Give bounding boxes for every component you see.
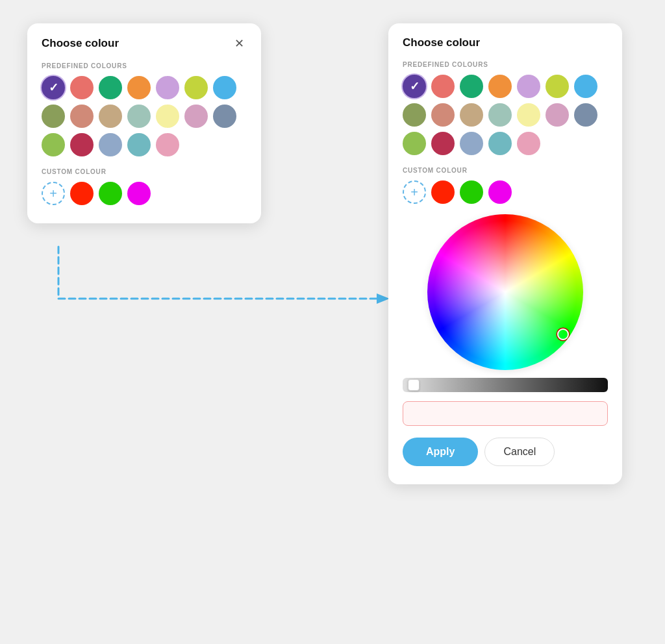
svg-marker-0 <box>377 293 390 304</box>
left-custom-section: CUSTOM COLOUR + <box>42 168 247 205</box>
right-predefined-color-4[interactable] <box>488 75 512 98</box>
left-predefined-color-14[interactable] <box>213 105 236 128</box>
apply-button[interactable]: Apply <box>403 438 478 466</box>
right-predefined-color-1[interactable] <box>403 75 426 98</box>
dialog-footer: Apply Cancel <box>403 438 608 466</box>
right-custom-color-3[interactable] <box>488 180 512 204</box>
left-custom-color-1[interactable] <box>70 182 94 205</box>
color-wheel-container <box>403 214 608 370</box>
left-custom-color-row: + <box>42 182 247 205</box>
left-predefined-color-16[interactable] <box>70 133 94 156</box>
left-predefined-color-grid <box>42 76 247 156</box>
left-predefined-color-13[interactable] <box>184 105 208 128</box>
left-predefined-color-9[interactable] <box>70 105 94 128</box>
right-predefined-color-15[interactable] <box>403 132 426 155</box>
right-predefined-color-6[interactable] <box>546 75 569 98</box>
left-predefined-color-2[interactable] <box>70 76 94 99</box>
right-dialog-title: Choose colour <box>403 36 480 49</box>
color-wheel-cursor <box>557 328 569 340</box>
right-predefined-section: PREDEFINED COLOURS <box>403 61 608 155</box>
right-predefined-color-11[interactable] <box>488 103 512 127</box>
right-predefined-color-10[interactable] <box>460 103 483 127</box>
right-custom-label: CUSTOM COLOUR <box>403 167 608 174</box>
left-predefined-color-19[interactable] <box>156 133 179 156</box>
hex-color-input[interactable] <box>403 401 608 426</box>
brightness-thumb <box>408 379 420 391</box>
left-predefined-label: PREDEFINED COLOURS <box>42 62 247 69</box>
left-predefined-color-7[interactable] <box>213 76 236 99</box>
flow-arrow <box>52 240 396 312</box>
left-predefined-color-5[interactable] <box>156 76 179 99</box>
left-add-color-button[interactable]: + <box>42 182 65 205</box>
left-predefined-color-8[interactable] <box>42 105 65 128</box>
right-predefined-color-9[interactable] <box>431 103 455 127</box>
left-color-dialog: Choose colour ✕ PREDEFINED COLOURS CUSTO… <box>27 23 261 223</box>
brightness-slider-wrap <box>403 378 608 392</box>
right-predefined-color-18[interactable] <box>488 132 512 155</box>
left-predefined-color-18[interactable] <box>127 133 151 156</box>
right-predefined-color-13[interactable] <box>546 103 569 127</box>
right-predefined-color-8[interactable] <box>403 103 426 127</box>
left-predefined-color-11[interactable] <box>127 105 151 128</box>
right-custom-color-2[interactable] <box>460 180 483 204</box>
right-dialog-header: Choose colour <box>403 36 608 49</box>
right-predefined-color-12[interactable] <box>517 103 540 127</box>
cancel-button[interactable]: Cancel <box>484 438 555 466</box>
left-predefined-color-12[interactable] <box>156 105 179 128</box>
left-custom-label: CUSTOM COLOUR <box>42 168 247 175</box>
right-custom-color-1[interactable] <box>431 180 455 204</box>
right-predefined-color-grid <box>403 75 608 155</box>
right-predefined-color-19[interactable] <box>517 132 540 155</box>
left-predefined-color-6[interactable] <box>184 76 208 99</box>
right-predefined-label: PREDEFINED COLOURS <box>403 61 608 68</box>
right-predefined-color-5[interactable] <box>517 75 540 98</box>
left-predefined-color-15[interactable] <box>42 133 65 156</box>
right-predefined-color-3[interactable] <box>460 75 483 98</box>
left-dialog-header: Choose colour ✕ <box>42 36 247 51</box>
left-predefined-color-1[interactable] <box>42 76 65 99</box>
right-color-dialog: Choose colour PREDEFINED COLOURS CUSTOM … <box>388 23 622 484</box>
left-predefined-color-3[interactable] <box>99 76 122 99</box>
left-predefined-section: PREDEFINED COLOURS <box>42 62 247 156</box>
left-custom-color-3[interactable] <box>127 182 151 205</box>
right-add-color-button[interactable]: + <box>403 180 426 204</box>
left-custom-color-2[interactable] <box>99 182 122 205</box>
right-predefined-color-14[interactable] <box>574 103 597 127</box>
right-predefined-color-16[interactable] <box>431 132 455 155</box>
left-close-button[interactable]: ✕ <box>232 36 247 51</box>
left-predefined-color-4[interactable] <box>127 76 151 99</box>
color-wheel[interactable] <box>427 214 583 370</box>
right-predefined-color-2[interactable] <box>431 75 455 98</box>
left-predefined-color-10[interactable] <box>99 105 122 128</box>
right-predefined-color-17[interactable] <box>460 132 483 155</box>
brightness-slider[interactable] <box>403 378 608 392</box>
left-dialog-title: Choose colour <box>42 37 119 50</box>
left-predefined-color-17[interactable] <box>99 133 122 156</box>
right-custom-color-row: + <box>403 180 608 204</box>
right-predefined-color-7[interactable] <box>574 75 597 98</box>
right-custom-section: CUSTOM COLOUR + <box>403 167 608 204</box>
